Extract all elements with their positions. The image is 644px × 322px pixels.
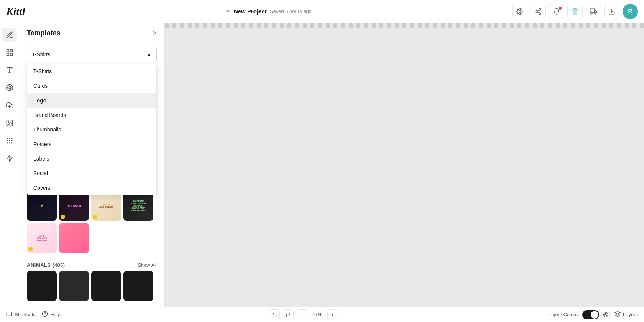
notification-badge <box>559 7 562 10</box>
template-card-animal-3[interactable] <box>91 271 121 301</box>
dropdown-selected: T-Shirts <box>32 51 50 58</box>
template-card-animal-4[interactable] <box>123 271 153 301</box>
dropdown-arrow-icon: ▲ <box>146 51 152 58</box>
bottom-center: − 47% + <box>269 309 338 320</box>
svg-point-2 <box>536 10 537 12</box>
color-palette-icon[interactable] <box>601 310 610 319</box>
layers-button[interactable]: Layers <box>614 311 638 318</box>
sidebar-item-illustrations[interactable] <box>2 80 17 95</box>
template-card-girl[interactable]: GIRLYOU AREAMAZING <box>27 223 57 253</box>
svg-point-36 <box>605 314 606 315</box>
card-label <box>59 271 89 301</box>
edit-icon: ✏ <box>226 8 231 15</box>
logo[interactable]: Kittl <box>6 5 25 18</box>
shortcuts-icon <box>6 311 12 318</box>
card-label <box>59 223 89 253</box>
shipping-button[interactable] <box>586 4 601 19</box>
zoom-minus-icon: − <box>300 312 303 318</box>
svg-point-8 <box>591 13 592 14</box>
dropdown-item-brandboards[interactable]: Brand Boards <box>27 108 156 122</box>
help-icon <box>42 311 48 318</box>
avatar[interactable]: R <box>623 4 638 19</box>
shortcuts-button[interactable]: Shortcuts <box>6 311 36 318</box>
svg-point-0 <box>519 10 521 12</box>
templates-panel: Templates × T-Shirts ▲ T-Shirts Cards Lo… <box>19 23 165 307</box>
svg-point-27 <box>7 143 8 143</box>
undo-button[interactable] <box>269 309 280 320</box>
project-name[interactable]: New Project <box>234 8 267 15</box>
svg-marker-7 <box>595 10 596 13</box>
sidebar-item-upload[interactable] <box>2 98 17 113</box>
share-button[interactable] <box>531 4 546 19</box>
template-card-animal-2[interactable] <box>59 271 89 301</box>
svg-point-25 <box>9 140 10 141</box>
zoom-plus-icon: + <box>331 312 334 318</box>
layers-label: Layers <box>623 312 638 317</box>
svg-point-23 <box>12 138 12 139</box>
bottom-right: Project Colors Layers <box>546 310 638 319</box>
header-center: ✏ New Project Saved 6 hours ago <box>226 8 312 15</box>
dropdown-item-posters[interactable]: Posters <box>27 137 156 151</box>
sidebar-item-photos[interactable] <box>2 116 17 130</box>
zoom-value[interactable]: 47% <box>310 312 324 317</box>
section-header-animals: ANIMALS (485) Show All <box>19 258 164 271</box>
svg-point-28 <box>9 143 10 143</box>
dropdown-item-logo[interactable]: Logo <box>27 93 156 108</box>
svg-marker-37 <box>615 311 620 314</box>
svg-point-24 <box>7 140 8 141</box>
svg-point-9 <box>595 13 596 14</box>
canvas-area[interactable] <box>165 23 644 307</box>
card-label <box>27 271 57 301</box>
template-card-animal-1[interactable] <box>27 271 57 301</box>
svg-point-3 <box>539 13 541 15</box>
panel-header: Templates × <box>19 23 164 42</box>
svg-point-22 <box>9 138 10 139</box>
sidebar-item-ai[interactable] <box>2 151 17 166</box>
sidebar-item-text[interactable] <box>2 63 17 77</box>
svg-point-26 <box>12 140 12 141</box>
zoom-in-button[interactable]: + <box>327 309 338 320</box>
layers-icon <box>614 311 621 318</box>
svg-rect-13 <box>7 53 9 56</box>
dropdown-item-labels[interactable]: Labels <box>27 151 156 166</box>
svg-line-5 <box>537 10 539 11</box>
card-label <box>123 271 153 301</box>
dropdown-item-social[interactable]: Social <box>27 166 156 181</box>
dropdown-wrapper: T-Shirts ▲ T-Shirts Cards Logo Brand Boa… <box>19 42 164 65</box>
sidebar-item-apps[interactable] <box>2 133 17 148</box>
dropdown-item-cards[interactable]: Cards <box>27 79 156 93</box>
dropdown-item-tshirts[interactable]: T-Shirts <box>27 64 156 79</box>
help-button[interactable]: Help <box>42 311 61 318</box>
sidebar-item-draw[interactable] <box>2 28 17 42</box>
svg-point-35 <box>604 313 607 316</box>
settings-button[interactable] <box>512 4 527 19</box>
close-panel-button[interactable]: × <box>153 29 157 37</box>
dropdown-item-thumbnails[interactable]: Thumbnails <box>27 122 156 137</box>
svg-rect-12 <box>10 50 12 52</box>
section-title-animals: ANIMALS (485) <box>27 262 65 268</box>
category-dropdown[interactable]: T-Shirts ▲ <box>27 47 157 62</box>
bottom-bar: Shortcuts Help − 47% + Project Colors <box>0 307 644 322</box>
svg-point-20 <box>8 122 8 123</box>
project-colors-label: Project Colors <box>546 312 578 317</box>
project-colors-toggle[interactable] <box>582 310 599 319</box>
zoom-out-button[interactable]: − <box>297 309 307 320</box>
toggle-knob <box>591 311 598 319</box>
dropdown-menu: T-Shirts Cards Logo Brand Boards Thumbna… <box>27 64 157 196</box>
dropdown-item-covers[interactable]: Covers <box>27 181 156 195</box>
redo-button[interactable] <box>283 309 294 320</box>
header-right: 👕 R <box>512 4 638 19</box>
svg-marker-30 <box>7 155 12 162</box>
notification-button[interactable] <box>549 4 564 19</box>
template-card-pink[interactable] <box>59 223 89 253</box>
bottom-left: Shortcuts Help <box>6 311 61 318</box>
tshirt-button[interactable]: 👕 <box>567 4 583 19</box>
show-all-button-animals[interactable]: Show All <box>138 262 157 268</box>
svg-point-1 <box>539 8 541 10</box>
sidebar-item-elements[interactable] <box>2 45 17 60</box>
svg-point-21 <box>7 138 8 139</box>
download-button[interactable] <box>604 4 619 19</box>
svg-rect-6 <box>590 9 595 13</box>
canvas-checkered <box>165 23 644 28</box>
card-label <box>91 271 121 301</box>
